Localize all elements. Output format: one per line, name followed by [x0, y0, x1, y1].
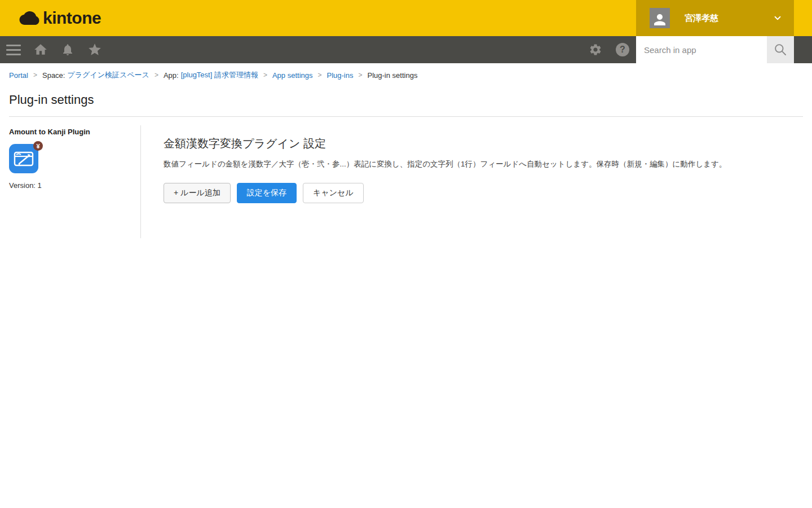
- plugin-name: Amount to Kanji Plugin: [9, 128, 140, 136]
- search-icon: [773, 42, 788, 57]
- plugin-settings-panel: 金額漢数字変換プラグイン 設定 数値フィールドの金額を漢数字／大字（壱・弐・参.…: [141, 117, 812, 238]
- page-title: Plug-in settings: [9, 93, 803, 107]
- yen-badge-icon: ¥: [33, 141, 43, 151]
- breadcrumb: Portal > Space: プラグイン検証スペース > App: [plug…: [9, 70, 803, 80]
- top-header: kintone 宮澤孝慈: [0, 0, 812, 36]
- add-rule-button[interactable]: + ルール追加: [164, 183, 231, 203]
- breadcrumb-separator: >: [358, 71, 362, 79]
- gear-icon: [589, 43, 602, 56]
- breadcrumb-separator: >: [318, 71, 322, 79]
- breadcrumb-app-settings-link[interactable]: App settings: [272, 71, 313, 80]
- plugin-settings-heading: 金額漢数字変換プラグイン 設定: [164, 136, 789, 151]
- kintone-logo-text: kintone: [43, 8, 101, 28]
- content-area: Amount to Kanji Plugin ¥ Version: 1 金額漢数…: [0, 117, 812, 238]
- home-button[interactable]: [27, 36, 54, 63]
- breadcrumb-app-link[interactable]: [plugTest] 請求管理情報: [181, 70, 258, 80]
- settings-button[interactable]: [582, 36, 609, 63]
- star-icon: [87, 42, 102, 57]
- cancel-button[interactable]: キャンセル: [303, 183, 364, 203]
- search-input[interactable]: [636, 36, 767, 63]
- breadcrumb-portal-link[interactable]: Portal: [9, 71, 28, 80]
- user-menu[interactable]: 宮澤孝慈: [636, 0, 794, 36]
- help-icon: ?: [616, 43, 629, 56]
- help-button[interactable]: ?: [609, 36, 636, 63]
- bell-icon: [61, 43, 74, 56]
- avatar: [650, 8, 670, 28]
- navbar-spacer: [794, 36, 812, 63]
- user-name: 宮澤孝慈: [685, 13, 773, 24]
- notifications-button[interactable]: [54, 36, 81, 63]
- breadcrumb-separator: >: [263, 71, 267, 79]
- plugin-sidebar: Amount to Kanji Plugin ¥ Version: 1: [0, 117, 140, 238]
- breadcrumb-space-link[interactable]: プラグイン検証スペース: [67, 70, 149, 80]
- hamburger-menu-button[interactable]: [0, 36, 27, 63]
- breadcrumb-app-prefix: App:: [164, 71, 179, 80]
- home-icon: [33, 42, 48, 57]
- breadcrumb-space-prefix: Space:: [42, 71, 65, 80]
- plugin-icon: ¥: [9, 144, 41, 173]
- button-row: + ルール追加 設定を保存 キャンセル: [164, 183, 789, 203]
- kintone-logo[interactable]: kintone: [18, 8, 101, 28]
- plugin-version: Version: 1: [9, 181, 140, 190]
- save-settings-button[interactable]: 設定を保存: [237, 183, 297, 203]
- breadcrumb-plugins-link[interactable]: Plug-ins: [327, 71, 354, 80]
- search-button[interactable]: [767, 36, 794, 63]
- kintone-cloud-icon: [18, 10, 41, 27]
- hamburger-menu-icon: [6, 45, 21, 55]
- person-icon: [651, 11, 668, 28]
- breadcrumb-current: Plug-in settings: [368, 71, 418, 80]
- breadcrumb-separator: >: [33, 71, 37, 79]
- main-navbar: ?: [0, 36, 812, 63]
- plugin-settings-description: 数値フィールドの金額を漢数字／大字（壱・弐・参...）表記に変換し、指定の文字列…: [164, 159, 789, 169]
- favorites-button[interactable]: [81, 36, 108, 63]
- chevron-down-icon: [773, 13, 783, 23]
- breadcrumb-separator: >: [155, 71, 158, 79]
